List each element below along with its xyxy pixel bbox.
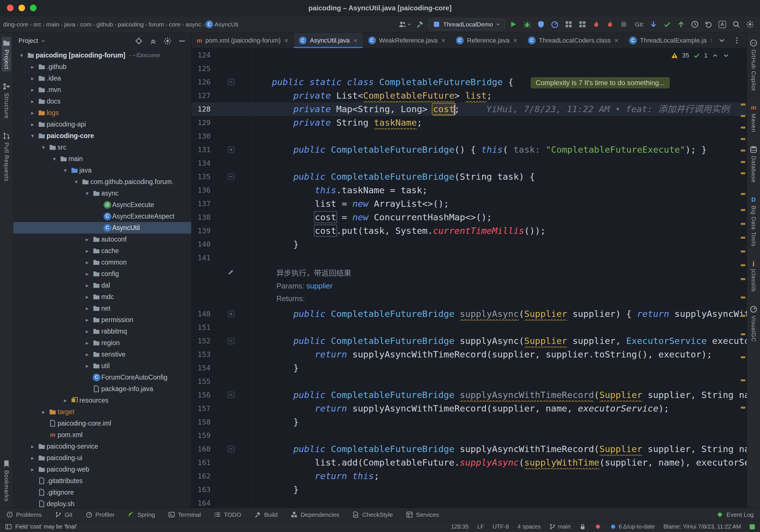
- select-opened-file-button[interactable]: [134, 36, 143, 45]
- concurrency-diagram-button[interactable]: [577, 19, 588, 30]
- tree-item-mdc[interactable]: ▸mdc: [13, 291, 191, 302]
- warning-stripe-mark[interactable]: [741, 104, 745, 106]
- line-number[interactable]: 155: [192, 375, 211, 388]
- hide-tool-window-button[interactable]: [177, 36, 186, 45]
- warning-stripe-mark[interactable]: [741, 237, 745, 239]
- tree-item-rabbitmq[interactable]: ▸rabbitmq: [13, 326, 191, 337]
- code-line-161[interactable]: 161 list.add(CompletableFuture.supplyAsy…: [192, 456, 747, 469]
- captures-button[interactable]: [563, 19, 574, 30]
- line-number[interactable]: 136: [192, 184, 211, 197]
- code-line-138[interactable]: 138 cost = new ConcurrentHashMap<>();: [192, 210, 747, 224]
- tree-item-target[interactable]: ▸target: [13, 406, 191, 418]
- tool-stripe-item-pull-requests[interactable]: Pull Requests: [2, 130, 11, 184]
- tree-item-paicoding-web[interactable]: ▸paicoding-web: [13, 464, 191, 475]
- fold-marker-plus[interactable]: +: [228, 311, 234, 317]
- editor-tab-reference-java[interactable]: CReference.java×: [451, 33, 523, 48]
- code-line-154[interactable]: 154 }: [192, 361, 747, 375]
- code-line-129[interactable]: 129 private String taskName;: [192, 116, 747, 129]
- tree-item-java[interactable]: ▾java: [13, 164, 191, 176]
- breadcrumb-item-java[interactable]: java: [63, 21, 76, 28]
- code-line-127[interactable]: 127 private List<CompletableFuture> list…: [192, 89, 747, 102]
- line-number[interactable]: 161: [192, 456, 211, 469]
- tree-item-region[interactable]: ▸region: [13, 337, 191, 348]
- rollback-button[interactable]: [703, 19, 714, 30]
- fold-marker-minus[interactable]: −: [228, 446, 234, 452]
- tree-item-asyncutil[interactable]: CAsyncUtil: [13, 222, 191, 234]
- status-encoding[interactable]: UTF-8: [493, 523, 509, 530]
- code-line-126[interactable]: 126−public static class CompletableFutur…: [192, 75, 747, 89]
- warning-stripe-mark[interactable]: [741, 379, 745, 381]
- tree-item-net[interactable]: ▸net: [13, 302, 191, 314]
- tree-collapse-chevron-icon[interactable]: ▸: [28, 443, 37, 450]
- tree-collapse-chevron-icon[interactable]: ▸: [83, 340, 91, 346]
- commit-button[interactable]: [662, 19, 673, 30]
- line-number[interactable]: 124: [192, 48, 211, 62]
- tool-window-button-event-log[interactable]: Event Log: [717, 511, 754, 518]
- warning-stripe-mark[interactable]: [741, 209, 745, 211]
- breadcrumb-item-main[interactable]: main: [45, 21, 60, 28]
- tree-item-resources[interactable]: ▸resources: [13, 395, 191, 406]
- line-number[interactable]: 153: [192, 348, 211, 361]
- editor-tab-pom-xml-paicoding-forum[interactable]: mpom.xml (paicoding-forum)×: [192, 33, 294, 48]
- tree-item-pom-xml[interactable]: mpom.xml: [13, 429, 191, 441]
- tree-collapse-chevron-icon[interactable]: ▸: [83, 236, 91, 243]
- status-git-branch[interactable]: main: [549, 523, 570, 530]
- tool-window-button-spring[interactable]: Spring: [128, 511, 155, 518]
- tree-collapse-chevron-icon[interactable]: ▸: [83, 282, 91, 289]
- tree-item-dal[interactable]: ▸dal: [13, 280, 191, 291]
- tool-stripe-item-maven[interactable]: mMaven: [749, 102, 758, 135]
- fold-marker-plus[interactable]: +: [228, 146, 234, 153]
- line-number[interactable]: 126: [192, 75, 211, 89]
- tree-collapse-chevron-icon[interactable]: ▸: [39, 409, 48, 415]
- warning-stripe-mark[interactable]: [741, 333, 745, 335]
- breadcrumb-item-ding-core[interactable]: ding-core: [2, 21, 29, 28]
- settings-button[interactable]: [744, 19, 755, 30]
- line-number[interactable]: 125: [192, 62, 211, 75]
- line-number[interactable]: 156: [192, 388, 211, 402]
- tool-window-button-todo[interactable]: TODO: [214, 511, 241, 518]
- code-line-157[interactable]: 157 return supplyAsyncWithTimeRecord(sup…: [192, 402, 747, 415]
- tree-item-deploy-sh[interactable]: deploy.sh: [13, 498, 191, 508]
- warning-stripe-mark[interactable]: [741, 161, 745, 163]
- line-number[interactable]: 130: [192, 129, 211, 143]
- run-button[interactable]: [508, 19, 519, 30]
- tree-item-logs[interactable]: ▸logs: [13, 107, 191, 118]
- status-ide-errors[interactable]: [594, 523, 601, 530]
- status-indent[interactable]: 4 spaces: [517, 523, 541, 530]
- tool-stripe-item-github-copilot[interactable]: GitHub Copilot: [749, 37, 758, 93]
- code-line-158[interactable]: 158 }: [192, 415, 747, 429]
- tool-window-button-terminal[interactable]: Terminal: [168, 511, 201, 518]
- tab-close-icon[interactable]: ×: [710, 36, 712, 45]
- inspection-message[interactable]: Field 'cost' may be 'final': [15, 523, 77, 530]
- warning-stripe-mark[interactable]: [741, 193, 745, 195]
- tool-stripe-item-project[interactable]: Project: [2, 37, 11, 71]
- warning-stripe-mark[interactable]: [741, 126, 745, 129]
- warning-stripe-mark[interactable]: [741, 315, 745, 317]
- fold-marker-minus[interactable]: −: [228, 173, 234, 180]
- tree-item-com-github-paicoding-forum[interactable]: ▾com.github.paicoding.forum.: [13, 176, 191, 188]
- code-line-128[interactable]: 128 private Map<String, Long> cost;YiHui…: [192, 102, 747, 116]
- line-number[interactable]: 151: [192, 321, 211, 334]
- project-view-chevron-icon[interactable]: [41, 38, 46, 43]
- push-button[interactable]: [676, 19, 687, 30]
- fold-marker-minus[interactable]: −: [228, 337, 234, 344]
- line-number[interactable]: 148: [192, 307, 211, 321]
- fold-marker-minus[interactable]: −: [228, 79, 234, 85]
- tool-window-button-problems[interactable]: Problems: [6, 511, 42, 518]
- tree-collapse-chevron-icon[interactable]: ▸: [61, 397, 70, 404]
- tree-expand-chevron-icon[interactable]: ▾: [39, 144, 48, 151]
- code-line-148[interactable]: 148+ public CompletableFutureBridge supp…: [192, 307, 747, 321]
- code-line-159[interactable]: 159: [192, 429, 747, 442]
- code-line-163[interactable]: 163 }: [192, 483, 747, 496]
- tree-expand-chevron-icon[interactable]: ▾: [72, 179, 80, 185]
- tree-item-common[interactable]: ▸common: [13, 256, 191, 268]
- line-number[interactable]: 134: [192, 156, 211, 170]
- build-project-button[interactable]: [414, 19, 425, 30]
- breadcrumb-item-com[interactable]: com: [79, 21, 93, 28]
- debug-button[interactable]: [522, 19, 533, 30]
- tab-close-icon[interactable]: ×: [284, 36, 288, 45]
- status-indicator[interactable]: [750, 524, 755, 529]
- tree-collapse-chevron-icon[interactable]: ▸: [28, 110, 37, 116]
- translate-button[interactable]: A: [717, 19, 728, 30]
- run-with-coverage-button[interactable]: [535, 19, 546, 30]
